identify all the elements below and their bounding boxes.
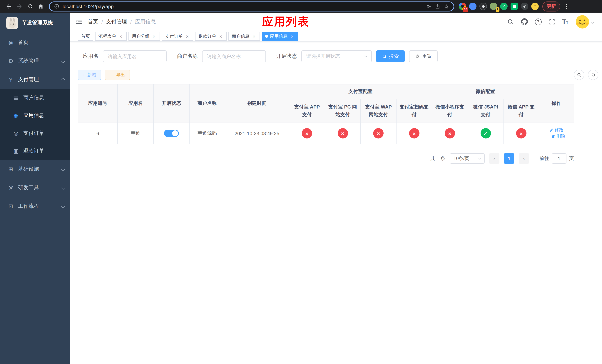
- browser-chrome: localhost:1024/pay/app 10 1 ✓: [0, 0, 602, 13]
- col-header-alipay-app: 支付宝 APP 支付: [289, 99, 325, 123]
- active-dot: [265, 35, 268, 38]
- sidebar-subitem-refund-order[interactable]: ▣ 退款订单: [0, 142, 70, 160]
- col-header-alipay-pc: 支付宝 PC 网站支付: [325, 99, 360, 123]
- user-avatar[interactable]: [575, 15, 589, 29]
- close-icon[interactable]: ×: [185, 34, 190, 39]
- search-button[interactable]: 搜索: [376, 50, 405, 62]
- header-actions: ? TT: [507, 15, 594, 29]
- sidebar-item-system[interactable]: ⚙ 系统管理: [0, 52, 70, 70]
- col-header-create-time: 创建时间: [225, 84, 289, 123]
- export-button[interactable]: 导出: [105, 70, 130, 80]
- app-logo-row[interactable]: 芋道管理系统: [0, 13, 70, 33]
- cell-app-name: 芋道: [118, 123, 153, 144]
- goto-unit-label: 页: [569, 155, 574, 162]
- tab-refund-order[interactable]: 退款订单 ×: [195, 32, 226, 41]
- tab-pay-order[interactable]: 支付订单 ×: [162, 32, 193, 41]
- filter-form: 应用名 商户名称 开启状态 请选择开启状态 搜索 重置: [78, 50, 602, 62]
- password-key-icon[interactable]: [427, 4, 432, 9]
- tab-merchant-info[interactable]: 商户信息 ×: [228, 32, 260, 41]
- sidebar-subitem-pay-order[interactable]: ◎ 支付订单: [0, 124, 70, 142]
- group-header-alipay: 支付宝配置: [289, 84, 432, 99]
- extension-drop-icon[interactable]: [469, 3, 476, 10]
- help-button[interactable]: ?: [535, 18, 541, 25]
- sidebar-item-payment[interactable]: ¥ 支付管理: [0, 70, 70, 89]
- sidebar-subitem-app-info[interactable]: ▦ 应用信息: [0, 107, 70, 124]
- dashboard-icon: ◉: [7, 39, 14, 46]
- tab-home[interactable]: 首页: [78, 32, 93, 41]
- close-icon[interactable]: ×: [151, 34, 157, 39]
- extension-pin-icon[interactable]: [521, 3, 528, 10]
- extension-face-icon[interactable]: [531, 3, 539, 10]
- page-content: 应用名 商户名称 开启状态 请选择开启状态 搜索 重置: [70, 42, 602, 164]
- sidebar-item-devtools[interactable]: ⚒ 研发工具: [0, 179, 70, 197]
- target-icon: ◎: [13, 130, 19, 137]
- chevron-down-icon: [478, 156, 482, 160]
- chevron-down-icon: [61, 59, 65, 63]
- status-toggle[interactable]: [164, 130, 179, 137]
- site-info-icon[interactable]: [54, 4, 59, 9]
- next-page-button[interactable]: ›: [519, 153, 529, 164]
- cell-status: [153, 123, 189, 144]
- back-button[interactable]: [4, 1, 14, 11]
- goto-page-input[interactable]: [552, 153, 567, 164]
- breadcrumb-home[interactable]: 首页: [88, 18, 98, 25]
- tab-user-group[interactable]: 用户分组 ×: [129, 32, 160, 41]
- chevron-down-icon: [61, 186, 65, 190]
- address-bar[interactable]: localhost:1024/pay/app: [49, 1, 454, 11]
- sidebar-collapse-button[interactable]: [75, 18, 82, 25]
- font-size-button[interactable]: TT: [562, 19, 568, 25]
- extension-check-icon[interactable]: ✓: [500, 3, 508, 10]
- add-button[interactable]: + 新增: [78, 70, 101, 80]
- sidebar-item-label: 工作流程: [18, 203, 39, 210]
- reload-button[interactable]: [25, 1, 35, 11]
- tab-flow-form[interactable]: 流程表单 ×: [95, 32, 127, 41]
- header-search-button[interactable]: [507, 18, 514, 25]
- tab-app-info[interactable]: 应用信息 ×: [262, 32, 298, 41]
- extension-dark-icon[interactable]: [479, 3, 487, 10]
- refresh-table-button[interactable]: [588, 70, 598, 80]
- prev-page-button[interactable]: ‹: [489, 153, 499, 164]
- delete-button[interactable]: 删除: [551, 133, 565, 139]
- close-icon[interactable]: ×: [251, 34, 257, 39]
- github-button[interactable]: [521, 18, 528, 25]
- chevron-down-icon: [364, 54, 367, 57]
- breadcrumb-payment[interactable]: 支付管理: [106, 18, 127, 25]
- extension-avatar-icon[interactable]: 1: [490, 3, 497, 10]
- sidebar-item-workflow[interactable]: ⊡ 工作流程: [0, 197, 70, 215]
- share-icon[interactable]: [435, 4, 440, 9]
- url-text[interactable]: localhost:1024/pay/app: [63, 3, 423, 9]
- page-1-button[interactable]: 1: [504, 153, 514, 164]
- status-select[interactable]: 请选择开启状态: [301, 50, 372, 62]
- reset-button[interactable]: 重置: [409, 50, 438, 62]
- app-name-input[interactable]: [103, 50, 167, 62]
- close-icon[interactable]: ×: [118, 34, 123, 39]
- forward-button[interactable]: [14, 1, 24, 11]
- sidebar-item-label: 支付管理: [18, 76, 39, 83]
- close-icon[interactable]: ×: [290, 34, 295, 39]
- alipay-pc-status-icon: ×: [337, 128, 348, 139]
- sidebar-subitem-merchant-info[interactable]: ▤ 商户信息: [0, 89, 70, 107]
- sidebar-item-label: 系统管理: [18, 58, 39, 64]
- user-menu[interactable]: [575, 15, 594, 29]
- avatar-caret-icon: [591, 20, 594, 23]
- sidebar-item-home[interactable]: ◉ 首页: [0, 33, 70, 52]
- page-size-select[interactable]: 10条/页: [450, 153, 485, 164]
- sidebar-item-infrastructure[interactable]: ⊞ 基础设施: [0, 160, 70, 179]
- merchant-name-input[interactable]: [202, 50, 266, 62]
- chrome-update-button[interactable]: 更新: [542, 1, 560, 11]
- edit-button[interactable]: 修改: [549, 127, 563, 133]
- sidebar-item-label: 退款订单: [23, 148, 44, 154]
- bookmark-star-icon[interactable]: [443, 3, 449, 9]
- fullscreen-button[interactable]: [548, 18, 555, 25]
- toggle-search-button[interactable]: [574, 70, 584, 80]
- close-icon[interactable]: ×: [218, 34, 223, 39]
- home-button[interactable]: [36, 1, 46, 11]
- pagination: 共 1 条 10条/页 ‹ 1 › 前往 页: [78, 153, 574, 164]
- browser-menu-icon[interactable]: ⋮: [563, 3, 570, 10]
- sidebar-item-label: 商户信息: [23, 95, 44, 101]
- extension-chat-icon[interactable]: [511, 3, 518, 10]
- cell-actions: 修改 删除: [539, 123, 574, 144]
- top-bar: 首页 / 支付管理 / 应用信息 应用列表 ? TT: [70, 13, 602, 31]
- gear-icon: ⚙: [7, 58, 14, 64]
- extension-pie-icon[interactable]: 10: [459, 3, 466, 10]
